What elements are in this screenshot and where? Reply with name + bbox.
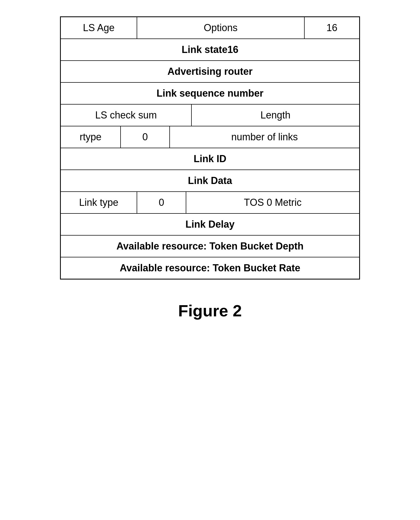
row-header: LS Age Options 16 (61, 17, 359, 39)
cell-advertising-router: Advertising router (61, 61, 359, 82)
cell-link-delay: Link Delay (61, 214, 359, 235)
row-link-id: Link ID (61, 148, 359, 170)
row-token-bucket-depth: Available resource: Token Bucket Depth (61, 236, 359, 257)
cell-rtype: rtype (61, 126, 121, 148)
cell-link-type: Link type (61, 192, 137, 213)
cell-number-of-links: number of links (170, 126, 359, 148)
cell-length: Length (192, 105, 359, 126)
row-token-bucket-rate: Available resource: Token Bucket Rate (61, 257, 359, 279)
figure-caption: Figure 2 (178, 301, 242, 320)
row-link-state: Link state16 (61, 39, 359, 61)
row-link-type: Link type 0 TOS 0 Metric (61, 192, 359, 214)
cell-zero-2: 0 (137, 192, 186, 213)
cell-link-sequence-number: Link sequence number (61, 83, 359, 104)
row-rtype: rtype 0 number of links (61, 126, 359, 148)
cell-tos-0-metric: TOS 0 Metric (186, 192, 359, 213)
cell-options: Options (137, 17, 305, 38)
packet-diagram: LS Age Options 16 Link state16 Advertisi… (60, 16, 360, 280)
row-checksum-length: LS check sum Length (61, 105, 359, 126)
cell-token-bucket-depth: Available resource: Token Bucket Depth (61, 236, 359, 257)
cell-zero-1: 0 (121, 126, 170, 148)
row-link-delay: Link Delay (61, 214, 359, 236)
cell-link-state16: Link state16 (61, 39, 359, 60)
cell-ls-checksum: LS check sum (61, 105, 192, 126)
cell-link-data: Link Data (61, 170, 359, 191)
cell-link-id: Link ID (61, 148, 359, 170)
row-advertising-router: Advertising router (61, 61, 359, 83)
row-link-data: Link Data (61, 170, 359, 192)
cell-token-bucket-rate: Available resource: Token Bucket Rate (61, 257, 359, 279)
cell-sixteen: 16 (305, 17, 359, 38)
row-link-sequence: Link sequence number (61, 83, 359, 105)
cell-ls-age: LS Age (61, 17, 137, 38)
